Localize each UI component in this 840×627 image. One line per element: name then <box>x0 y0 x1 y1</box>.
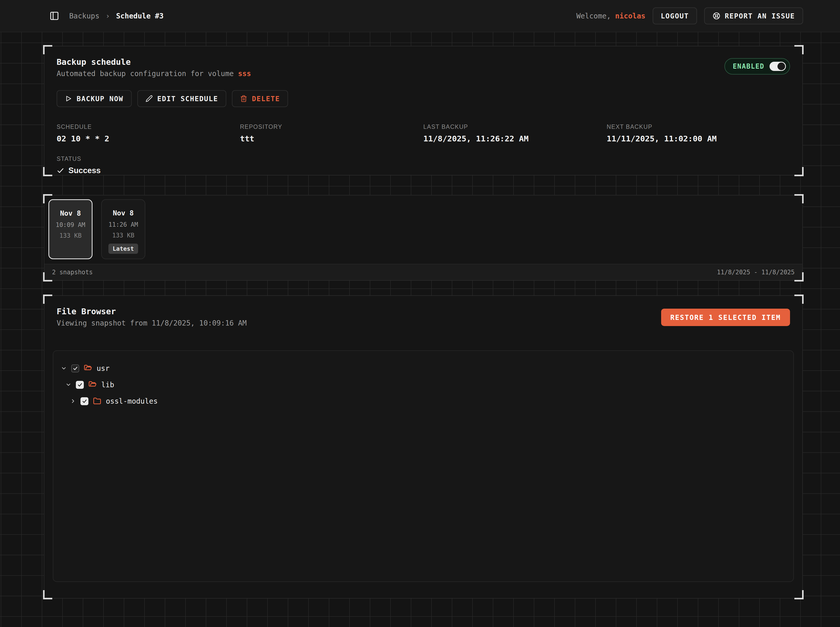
chevron-right-icon: › <box>106 12 110 20</box>
delete-button[interactable]: DELETE <box>232 90 288 107</box>
tree-row-usr[interactable]: usr <box>60 360 786 377</box>
checkbox-usr[interactable] <box>71 364 79 372</box>
corner-bracket <box>43 167 52 176</box>
corner-bracket <box>43 45 52 54</box>
top-bar: Backups › Schedule #3 Welcome, nicolas L… <box>0 0 840 32</box>
field-value: ttt <box>240 134 423 143</box>
breadcrumb: Backups › Schedule #3 <box>69 12 164 20</box>
volume-name: sss <box>238 69 251 78</box>
field-label: SCHEDULE <box>57 123 240 130</box>
corner-bracket <box>794 45 804 54</box>
latest-badge: Latest <box>108 244 138 254</box>
field-label: REPOSITORY <box>240 123 423 130</box>
corner-bracket <box>43 590 52 599</box>
folder-open-icon <box>84 364 92 372</box>
breadcrumb-backups[interactable]: Backups <box>69 12 99 20</box>
chevron-right-icon[interactable] <box>70 398 76 404</box>
snapshot-count: 2 snapshots <box>52 269 93 276</box>
field-schedule: SCHEDULE 02 10 * * 2 <box>57 123 240 143</box>
trash-icon <box>240 95 247 102</box>
pencil-icon <box>145 95 153 102</box>
backup-schedule-panel: Backup schedule Automated backup configu… <box>44 46 803 175</box>
file-browser-panel: File Browser Viewing snapshot from 11/8/… <box>44 295 803 599</box>
corner-bracket <box>794 590 804 599</box>
welcome-text: Welcome, nicolas <box>576 12 646 20</box>
tree-row-lib[interactable]: lib <box>60 377 786 393</box>
snapshot-card-selected[interactable]: Nov 8 10:09 AM 133 KB <box>49 199 93 259</box>
schedule-fields: SCHEDULE 02 10 * * 2 REPOSITORY ttt LAST… <box>57 123 790 175</box>
field-label: LAST BACKUP <box>423 123 607 130</box>
snapshot-list: Nov 8 10:09 AM 133 KB Nov 8 11:26 AM 133… <box>44 195 802 263</box>
folder-icon <box>93 397 101 405</box>
checkbox-lib[interactable] <box>76 381 84 389</box>
field-repository: REPOSITORY ttt <box>240 123 423 143</box>
corner-bracket <box>43 194 52 203</box>
edit-schedule-label: EDIT SCHEDULE <box>157 95 218 103</box>
corner-bracket <box>794 295 804 304</box>
field-value: 11/11/2025, 11:02:00 AM <box>607 134 790 143</box>
welcome-prefix: Welcome, <box>576 12 615 20</box>
tree-item-name: usr <box>96 364 110 373</box>
logout-button[interactable]: LOGOUT <box>653 8 697 24</box>
subtitle-prefix: Automated backup configuration for volum… <box>57 69 238 78</box>
field-label: NEXT BACKUP <box>607 123 790 130</box>
field-value: 11/8/2025, 11:26:22 AM <box>423 134 607 143</box>
switch-knob <box>777 63 785 70</box>
edit-schedule-button[interactable]: EDIT SCHEDULE <box>137 90 226 107</box>
field-status: STATUS Success <box>57 156 240 175</box>
corner-bracket <box>794 167 804 176</box>
life-buoy-icon <box>712 12 721 20</box>
play-icon <box>65 95 72 102</box>
report-issue-button[interactable]: REPORT AN ISSUE <box>704 8 803 24</box>
schedule-panel-subtitle: Automated backup configuration for volum… <box>57 69 790 78</box>
folder-open-icon <box>88 381 96 389</box>
schedule-panel-title: Backup schedule <box>57 57 790 67</box>
snapshot-date: Nov 8 <box>60 209 81 217</box>
corner-bracket <box>43 295 52 304</box>
tree-item-name: lib <box>101 381 114 389</box>
delete-label: DELETE <box>252 95 280 103</box>
snapshot-date: Nov 8 <box>113 209 134 217</box>
chevron-down-icon[interactable] <box>60 365 67 372</box>
field-label: STATUS <box>57 156 240 162</box>
corner-bracket <box>794 272 804 282</box>
snapshot-date-range: 11/8/2025 - 11/8/2025 <box>717 269 795 276</box>
status-badge: Success <box>57 166 240 175</box>
file-tree: usr lib ossl-modules <box>53 350 794 582</box>
enabled-switch[interactable] <box>769 62 786 71</box>
snapshot-size: 133 KB <box>60 232 82 239</box>
chevron-down-icon[interactable] <box>65 382 72 388</box>
backup-now-label: BACKUP NOW <box>77 95 123 103</box>
corner-bracket <box>43 272 52 282</box>
panel-left-icon <box>49 11 59 21</box>
restore-selected-button[interactable]: RESTORE 1 SELECTED ITEM <box>661 309 790 326</box>
snapshot-time: 10:09 AM <box>55 221 85 228</box>
snapshot-card-latest[interactable]: Nov 8 11:26 AM 133 KB Latest <box>101 199 145 259</box>
report-issue-label: REPORT AN ISSUE <box>725 12 795 20</box>
corner-bracket <box>794 194 804 203</box>
field-next-backup: NEXT BACKUP 11/11/2025, 11:02:00 AM <box>607 123 790 143</box>
backup-now-button[interactable]: BACKUP NOW <box>57 90 132 107</box>
snapshots-panel: Nov 8 10:09 AM 133 KB Nov 8 11:26 AM 133… <box>44 195 803 281</box>
snapshot-time: 11:26 AM <box>108 221 138 228</box>
header-right: Welcome, nicolas LOGOUT REPORT AN ISSUE <box>576 8 803 24</box>
breadcrumb-current: Schedule #3 <box>116 12 164 20</box>
snapshot-size: 133 KB <box>112 232 134 239</box>
backup-schedule-page: Backups › Schedule #3 Welcome, nicolas L… <box>0 0 840 627</box>
enabled-label: ENABLED <box>733 63 764 70</box>
status-text: Success <box>68 166 101 175</box>
enabled-toggle-pill[interactable]: ENABLED <box>725 58 790 74</box>
checkbox-ossl-modules[interactable] <box>81 397 88 405</box>
field-value: 02 10 * * 2 <box>57 134 240 143</box>
tree-row-ossl-modules[interactable]: ossl-modules <box>60 393 786 409</box>
schedule-actions: BACKUP NOW EDIT SCHEDULE DELETE <box>57 90 790 107</box>
snapshots-footer: 2 snapshots 11/8/2025 - 11/8/2025 <box>44 264 802 280</box>
username: nicolas <box>615 12 646 20</box>
tree-item-name: ossl-modules <box>106 397 158 405</box>
sidebar-toggle-button[interactable] <box>49 10 60 22</box>
check-icon <box>57 167 64 175</box>
field-last-backup: LAST BACKUP 11/8/2025, 11:26:22 AM <box>423 123 607 143</box>
